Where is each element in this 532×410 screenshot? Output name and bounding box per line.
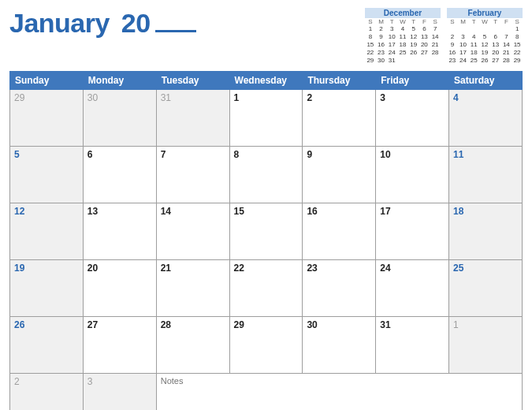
mini-calendars: December SMTWTFS123456789101112131415161… bbox=[365, 8, 523, 65]
calendar-day: 1 bbox=[449, 317, 523, 374]
calendar-day: 21 bbox=[156, 260, 229, 317]
mini-day: 31 bbox=[386, 57, 397, 65]
mini-day: 6 bbox=[490, 33, 501, 41]
calendar-day: 5 bbox=[10, 147, 84, 203]
mini-day: 15 bbox=[365, 41, 376, 49]
mini-day: 17 bbox=[386, 41, 397, 49]
calendar-day: 16 bbox=[303, 203, 376, 260]
calendar-day: 23 bbox=[303, 260, 376, 317]
mini-day: 18 bbox=[397, 41, 408, 49]
mini-day: 28 bbox=[430, 49, 441, 57]
mini-day: 11 bbox=[397, 33, 408, 41]
day-header: Thursday bbox=[303, 72, 376, 90]
calendar-day: 13 bbox=[83, 203, 156, 260]
mini-day bbox=[447, 25, 458, 33]
mini-day: 28 bbox=[501, 57, 512, 65]
mini-day-header: T bbox=[408, 18, 419, 25]
mini-day bbox=[458, 25, 469, 33]
calendar-day: 3 bbox=[376, 90, 449, 147]
mini-day: 19 bbox=[479, 49, 490, 57]
mini-day: 13 bbox=[490, 41, 501, 49]
mini-day: 9 bbox=[447, 41, 458, 49]
calendar-day: 4 bbox=[449, 90, 523, 147]
mini-calendar-title: February bbox=[447, 8, 523, 18]
mini-day: 25 bbox=[397, 49, 408, 57]
mini-day: 25 bbox=[468, 57, 479, 65]
mini-day: 16 bbox=[447, 49, 458, 57]
mini-day bbox=[490, 25, 501, 33]
mini-day: 11 bbox=[468, 41, 479, 49]
calendar-week: 23Notes bbox=[10, 374, 523, 411]
mini-day-header: W bbox=[397, 18, 408, 25]
calendar-day: 31 bbox=[376, 317, 449, 374]
mini-day: 5 bbox=[408, 25, 419, 33]
mini-day: 27 bbox=[419, 49, 430, 57]
calendar-day: 25 bbox=[449, 260, 523, 317]
mini-day: 30 bbox=[376, 57, 387, 65]
calendar-day: 22 bbox=[229, 260, 303, 317]
mini-day bbox=[419, 57, 430, 65]
calendar-week: 2627282930311 bbox=[10, 317, 523, 374]
calendar-week: 12131415161718 bbox=[10, 203, 523, 260]
mini-day-header: T bbox=[386, 18, 397, 25]
mini-day: 17 bbox=[458, 49, 469, 57]
mini-day: 9 bbox=[376, 33, 387, 41]
mini-calendar-grid: SMTWTFS123456789101112131415161718192021… bbox=[447, 18, 523, 65]
calendar-day: 12 bbox=[10, 203, 84, 260]
mini-day: 2 bbox=[376, 25, 387, 33]
calendar-day: 3 bbox=[83, 374, 156, 411]
mini-day: 15 bbox=[512, 41, 523, 49]
mini-day: 8 bbox=[512, 33, 523, 41]
calendar-day: 1 bbox=[229, 90, 303, 147]
mini-day: 14 bbox=[501, 41, 512, 49]
mini-day: 23 bbox=[447, 57, 458, 65]
calendar-day: 29 bbox=[10, 90, 84, 147]
mini-day: 7 bbox=[501, 33, 512, 41]
month-title: January 20 bbox=[9, 8, 196, 39]
mini-day: 29 bbox=[365, 57, 376, 65]
mini-day bbox=[397, 57, 408, 65]
mini-day: 8 bbox=[365, 33, 376, 41]
mini-day: 20 bbox=[419, 41, 430, 49]
mini-calendar-title: December bbox=[365, 8, 441, 18]
calendar-day: 2 bbox=[303, 90, 376, 147]
month-name: January bbox=[9, 8, 110, 38]
mini-day-header: T bbox=[490, 18, 501, 25]
calendar-day: 7 bbox=[156, 147, 229, 203]
mini-day-header: W bbox=[479, 18, 490, 25]
day-header: Friday bbox=[376, 72, 449, 90]
calendar-day: 11 bbox=[449, 147, 523, 203]
calendar-day: 15 bbox=[229, 203, 303, 260]
calendar-day: 9 bbox=[303, 147, 376, 203]
mini-day: 26 bbox=[479, 57, 490, 65]
mini-day bbox=[468, 25, 479, 33]
calendar-day: 10 bbox=[376, 147, 449, 203]
mini-calendar-grid: SMTWTFS123456789101112131415161718192021… bbox=[365, 18, 441, 65]
day-header: Saturday bbox=[449, 72, 523, 90]
mini-day-header: M bbox=[376, 18, 387, 25]
mini-day: 1 bbox=[365, 25, 376, 33]
calendar-day: 20 bbox=[83, 260, 156, 317]
calendar-day: 2 bbox=[10, 374, 84, 411]
calendar-day: 17 bbox=[376, 203, 449, 260]
day-header: Sunday bbox=[10, 72, 84, 90]
day-header: Wednesday bbox=[229, 72, 303, 90]
calendar-day: 14 bbox=[156, 203, 229, 260]
day-header: Monday bbox=[83, 72, 156, 90]
mini-day: 5 bbox=[479, 33, 490, 41]
mini-day bbox=[479, 25, 490, 33]
mini-day bbox=[408, 57, 419, 65]
mini-calendar-prev: December SMTWTFS123456789101112131415161… bbox=[365, 8, 441, 65]
day-header-row: SundayMondayTuesdayWednesdayThursdayFrid… bbox=[10, 72, 523, 90]
mini-day: 20 bbox=[490, 49, 501, 57]
calendar-day: 27 bbox=[83, 317, 156, 374]
calendar-day: 19 bbox=[10, 260, 84, 317]
mini-day-header: S bbox=[447, 18, 458, 25]
mini-day: 13 bbox=[419, 33, 430, 41]
mini-day-header: T bbox=[468, 18, 479, 25]
calendar-day: 31 bbox=[156, 90, 229, 147]
calendar-day: 24 bbox=[376, 260, 449, 317]
mini-day: 27 bbox=[490, 57, 501, 65]
mini-day bbox=[430, 57, 441, 65]
mini-day-header: S bbox=[512, 18, 523, 25]
